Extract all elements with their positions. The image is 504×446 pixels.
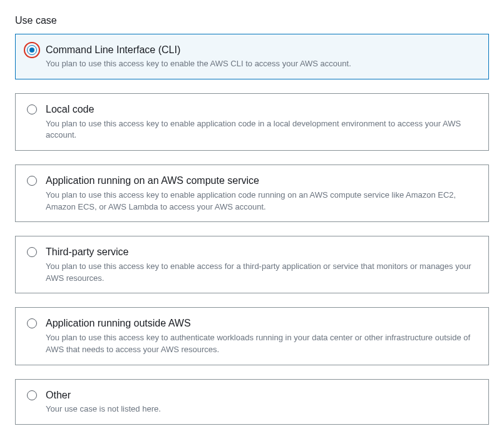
option-description: You plan to use this access key to authe… [46,332,477,356]
option-content: Third-party service You plan to use this… [46,245,477,284]
option-title: Command Line Interface (CLI) [46,43,477,57]
option-content: Local code You plan to use this access k… [46,103,477,141]
radio-button[interactable] [27,104,37,114]
option-description: You plan to use this access key to enabl… [46,190,477,213]
option-description: You plan to use this access key to enabl… [46,261,477,285]
option-title: Application running outside AWS [46,317,477,330]
radio-button[interactable] [27,176,37,186]
radio-button[interactable] [27,45,37,55]
radio-button[interactable] [27,318,37,328]
radio-button[interactable] [27,390,37,400]
option-title: Other [46,388,477,402]
option-title: Local code [46,103,477,116]
use-case-option-third-party[interactable]: Third-party service You plan to use this… [15,236,489,293]
option-title: Third-party service [46,245,477,259]
option-content: Other Your use case is not listed here. [46,388,477,415]
use-case-option-outside-aws[interactable]: Application running outside AWS You plan… [15,307,489,365]
option-content: Application running outside AWS You plan… [46,317,477,355]
option-content: Application running on an AWS compute se… [46,174,477,213]
radio-button[interactable] [27,247,37,257]
option-content: Command Line Interface (CLI) You plan to… [46,43,477,70]
use-case-option-local-code[interactable]: Local code You plan to use this access k… [15,93,489,151]
use-case-option-other[interactable]: Other Your use case is not listed here. [15,379,489,425]
option-description: Your use case is not listed here. [46,403,477,415]
use-case-option-cli[interactable]: Command Line Interface (CLI) You plan to… [15,34,489,79]
option-description: You plan to use this access key to enabl… [46,58,477,70]
option-title: Application running on an AWS compute se… [46,174,477,188]
section-heading: Use case [15,15,489,26]
option-description: You plan to use this access key to enabl… [46,118,477,142]
radio-inner-dot [29,48,34,53]
use-case-option-aws-compute[interactable]: Application running on an AWS compute se… [15,165,489,222]
